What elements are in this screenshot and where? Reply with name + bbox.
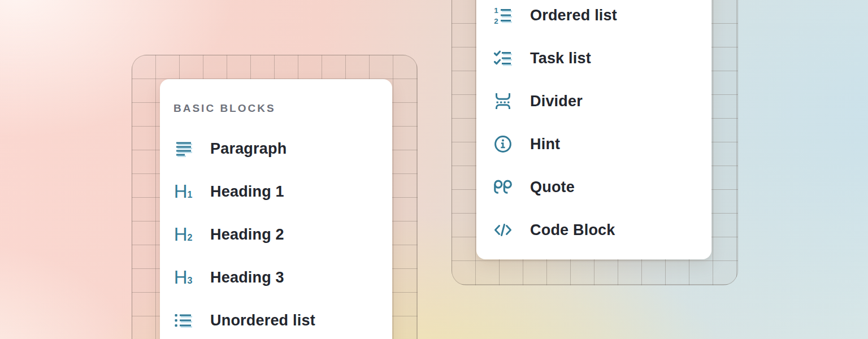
menu-item-label: Unordered list <box>210 312 315 329</box>
hint-icon <box>493 134 513 154</box>
basic-blocks-menu: BASIC BLOCKS Paragraph H1 Heading 1 H2 H… <box>160 79 392 339</box>
unordered-list-icon <box>173 311 193 330</box>
menu-item-label: Heading 3 <box>210 269 284 286</box>
menu-item-label: Ordered list <box>530 7 617 24</box>
menu-item-heading-1[interactable]: H1 Heading 1 <box>160 170 392 213</box>
paragraph-icon <box>173 139 193 158</box>
blocks-menu-continued: 1 2 Ordered list Task list <box>476 0 711 259</box>
divider-icon <box>493 92 513 111</box>
menu-item-heading-3[interactable]: H3 Heading 3 <box>160 256 392 299</box>
section-label-basic-blocks: BASIC BLOCKS <box>173 102 276 115</box>
task-list-icon <box>493 49 513 68</box>
menu-item-heading-2[interactable]: H2 Heading 2 <box>160 213 392 256</box>
menu-item-divider[interactable]: Divider <box>476 80 711 123</box>
menu-item-code-block[interactable]: Code Block <box>476 208 711 251</box>
menu-item-hint[interactable]: Hint <box>476 123 711 166</box>
menu-item-label: Quote <box>530 179 575 196</box>
menu-item-quote[interactable]: Quote <box>476 166 711 208</box>
menu-item-ordered-list[interactable]: 1 2 Ordered list <box>476 0 711 37</box>
menu-item-label: Hint <box>530 136 560 153</box>
heading-1-icon: H1 <box>173 182 193 201</box>
quote-icon <box>493 177 513 197</box>
code-block-icon <box>493 220 513 240</box>
menu-item-label: Code Block <box>530 221 615 239</box>
ordered-list-icon: 1 2 <box>493 6 513 25</box>
svg-text:1: 1 <box>494 6 498 15</box>
svg-text:2: 2 <box>494 17 498 25</box>
menu-item-unordered-list[interactable]: Unordered list <box>160 299 392 339</box>
menu-item-label: Heading 1 <box>210 183 284 201</box>
heading-2-icon: H2 <box>173 225 193 244</box>
menu-item-paragraph[interactable]: Paragraph <box>160 127 392 170</box>
marketing-canvas: { "colors":{ "icon_teal":"#337b97", "ico… <box>0 0 868 339</box>
menu-item-label: Heading 2 <box>210 226 284 244</box>
menu-item-label: Divider <box>530 93 583 110</box>
menu-item-label: Task list <box>530 50 591 67</box>
heading-3-icon: H3 <box>173 268 193 287</box>
menu-item-task-list[interactable]: Task list <box>476 37 711 80</box>
menu-item-label: Paragraph <box>210 140 287 158</box>
